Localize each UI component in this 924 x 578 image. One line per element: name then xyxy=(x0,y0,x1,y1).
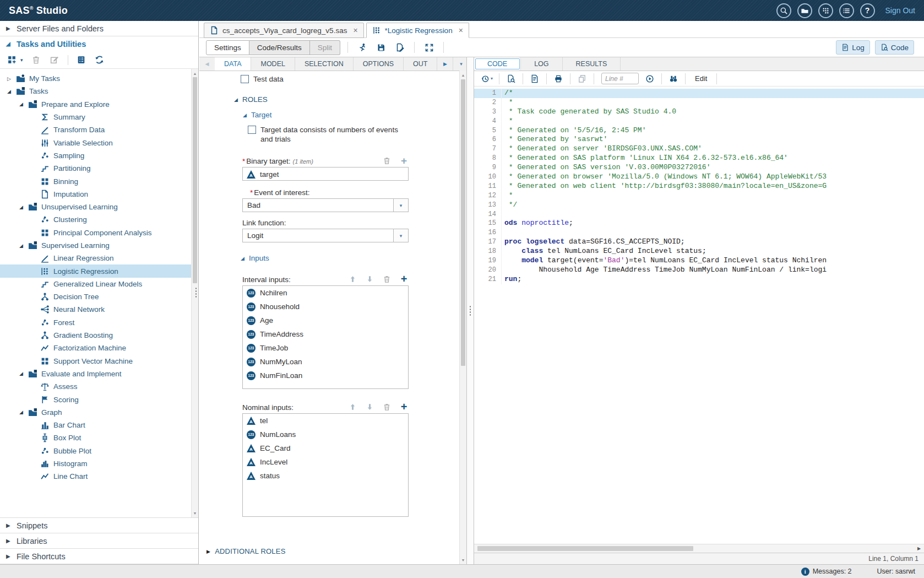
tree-expander-icon[interactable]: ◢ xyxy=(18,409,25,415)
scroll-up-icon[interactable]: ▲ xyxy=(192,70,198,77)
sign-out-link[interactable]: Sign Out xyxy=(885,6,915,15)
code-line[interactable]: 3 * Task code generated by SAS Studio 4.… xyxy=(474,107,924,117)
tree-expander-icon[interactable]: ◢ xyxy=(18,243,25,249)
add-nominal-input-icon[interactable]: + xyxy=(399,402,409,412)
tree-expander-icon[interactable]: ▷ xyxy=(6,76,13,82)
tree-item[interactable]: Scoring xyxy=(0,393,191,406)
tree-scrollbar[interactable]: ▲ ▼ xyxy=(191,69,198,517)
tree-item[interactable]: ◢ Unsupervised Learning xyxy=(0,201,191,213)
code-line[interactable]: 2 * xyxy=(474,98,924,107)
event-of-interest-select[interactable]: Bad ▾ xyxy=(242,198,409,212)
tree-expander-icon[interactable]: ◢ xyxy=(18,204,25,210)
history-dropdown-icon[interactable]: ▾ xyxy=(491,76,493,81)
tree-item[interactable]: Generalized Linear Models xyxy=(0,278,191,290)
submission-history-icon[interactable] xyxy=(479,73,492,85)
tree-item[interactable]: Neural Network xyxy=(0,303,191,316)
goto-line-input[interactable] xyxy=(601,73,639,84)
code-line[interactable]: 1/* xyxy=(474,89,924,98)
variable-row[interactable]: A target xyxy=(243,168,408,181)
tree-item[interactable]: Summary xyxy=(0,111,191,123)
new-task-dropdown-icon[interactable]: ▾ xyxy=(20,57,23,63)
tree-item[interactable]: Imputation xyxy=(0,188,191,201)
tree-item[interactable]: Variable Selection xyxy=(0,136,191,149)
edit-task-icon[interactable] xyxy=(50,55,59,65)
close-tab-icon[interactable]: × xyxy=(459,26,463,35)
variable-row[interactable]: 123 TimeJob xyxy=(243,341,408,355)
search-icon[interactable] xyxy=(776,3,791,18)
code-line[interactable]: 18 class tel NumLoans EC_Card IncLevel s… xyxy=(474,247,924,256)
tree-expander-icon[interactable]: ◢ xyxy=(18,371,25,376)
tree-item[interactable]: Histogram xyxy=(0,457,191,470)
code-results-view-button[interactable]: Code/Results xyxy=(249,40,310,55)
variable-row[interactable]: 123 NumMyLoan xyxy=(243,355,408,369)
variable-row[interactable]: A status xyxy=(243,469,408,483)
tree-item[interactable]: Transform Data xyxy=(0,123,191,136)
events-trials-checkbox[interactable] xyxy=(248,126,256,134)
additional-roles-section-header[interactable]: ▶ ADDITIONAL ROLES xyxy=(206,547,450,559)
move-down-icon[interactable] xyxy=(365,402,374,412)
tree-item[interactable]: Logistic Regression xyxy=(0,264,191,277)
code-line[interactable]: 17proc logselect data=SGF16.CS_ACCEPTS_N… xyxy=(474,237,924,247)
tree-item[interactable]: Partitioning xyxy=(0,162,191,175)
code-line[interactable]: 19 model target(event='Bad')=tel NumLoan… xyxy=(474,256,924,266)
code-line[interactable]: 15ods noproctitle; xyxy=(474,219,924,228)
wizard-tab[interactable]: MODEL xyxy=(251,57,295,71)
code-line[interactable]: 5 * Generated on '5/5/16, 2:45 PM' xyxy=(474,126,924,136)
chevron-down-icon[interactable]: ▾ xyxy=(393,229,408,242)
scroll-down-icon[interactable]: ▼ xyxy=(460,557,466,563)
tabs-overflow-dropdown-icon[interactable]: ▾ xyxy=(453,57,466,71)
copy-icon[interactable] xyxy=(575,73,589,85)
code-line[interactable]: 6 * Generated by 'sasrwt' xyxy=(474,135,924,144)
scroll-down-icon[interactable]: ▼ xyxy=(192,510,198,516)
pane-tab[interactable]: LOG xyxy=(521,57,562,71)
variable-row[interactable]: 123 TimeAddress xyxy=(243,327,408,341)
view-code-icon[interactable] xyxy=(504,73,518,85)
find-icon[interactable] xyxy=(667,73,680,85)
code-line[interactable]: 4 * xyxy=(474,117,924,126)
nominal-inputs-listbox[interactable]: A tel 123 NumLoans A EC_Card A IncLevel xyxy=(242,413,409,517)
variable-row[interactable]: 123 Nhousehold xyxy=(243,300,408,314)
inputs-section-header[interactable]: ◢ Inputs xyxy=(241,254,450,262)
scrollbar-thumb[interactable] xyxy=(193,77,197,283)
properties-icon[interactable] xyxy=(77,55,86,65)
tree-item[interactable]: ◢ Supervised Learning xyxy=(0,239,191,252)
section-snippets[interactable]: ▶ Snippets xyxy=(0,518,198,533)
save-button[interactable] xyxy=(374,41,388,54)
document-tab[interactable]: cs_accepts_Viya_card_logreg_v5.sas × xyxy=(204,23,364,38)
code-line[interactable]: 16 xyxy=(474,228,924,237)
variable-row[interactable]: A IncLevel xyxy=(243,455,408,469)
split-view-button[interactable]: Split xyxy=(310,40,340,55)
goto-line-icon[interactable] xyxy=(643,73,656,85)
wizard-tab[interactable]: DATA xyxy=(215,57,251,71)
interval-inputs-listbox[interactable]: 123 Nchilren 123 Nhousehold 123 Age 123 … xyxy=(242,285,409,389)
tree-item[interactable]: Bubble Plot xyxy=(0,445,191,457)
tabs-scroll-right-icon[interactable]: ▶ xyxy=(437,57,453,71)
code-line[interactable]: 8 * Generated on SAS platform 'Linux LIN… xyxy=(474,154,924,163)
tree-item[interactable]: Forest xyxy=(0,316,191,329)
binary-target-listbox[interactable]: A target xyxy=(242,167,409,181)
code-line[interactable]: 13 */ xyxy=(474,201,924,210)
edit-button[interactable]: Edit xyxy=(691,74,711,83)
messages-status[interactable]: i Messages: 2 xyxy=(801,568,852,576)
chevron-down-icon[interactable]: ▾ xyxy=(393,199,408,212)
tabs-scroll-left-icon[interactable]: ◀ xyxy=(199,57,215,71)
splitter-handle[interactable] xyxy=(470,306,471,316)
tree-item[interactable]: Bar Chart xyxy=(0,419,191,431)
test-data-checkbox[interactable] xyxy=(241,75,249,83)
code-line[interactable]: 7 * Generated on server 'BIRDSGF03.UNX.S… xyxy=(474,144,924,154)
tree-item[interactable]: Principal Component Analysis xyxy=(0,226,191,239)
new-task-icon[interactable] xyxy=(7,55,17,65)
menu-icon[interactable] xyxy=(839,3,854,18)
add-binary-target-icon[interactable]: + xyxy=(399,156,409,165)
help-icon[interactable]: ? xyxy=(860,3,875,18)
tree-item[interactable]: ◢ Tasks xyxy=(0,85,191,98)
tree-item[interactable]: ◢ Evaluate and Implement xyxy=(0,368,191,380)
code-line[interactable]: 9 * Generated on SAS version 'V.03.00M0P… xyxy=(474,163,924,172)
move-up-icon[interactable] xyxy=(348,402,357,412)
pane-splitter[interactable] xyxy=(467,57,474,564)
variable-row[interactable]: 123 NumFinLoan xyxy=(243,369,408,382)
scrollbar-thumb[interactable] xyxy=(477,546,693,551)
roles-section-header[interactable]: ◢ ROLES xyxy=(234,95,450,104)
settings-scrollbar[interactable]: ▲ ▼ xyxy=(459,71,466,564)
tree-item[interactable]: Support Vector Machine xyxy=(0,355,191,368)
